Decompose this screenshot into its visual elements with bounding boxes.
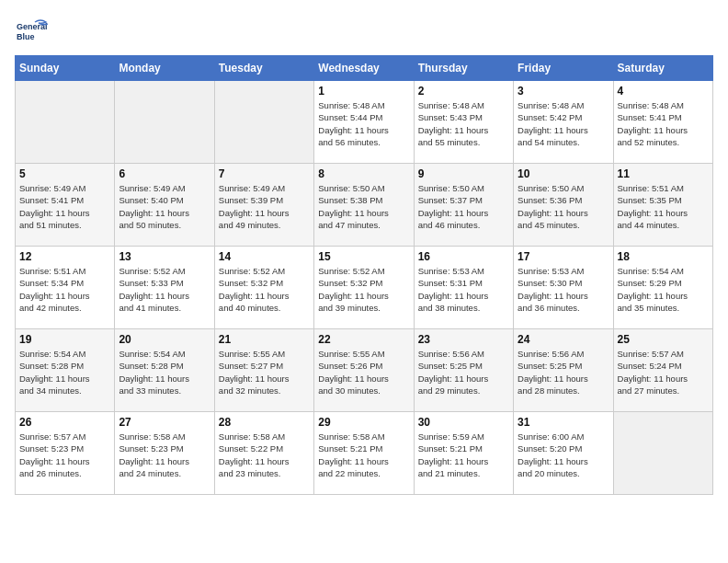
calendar-cell: 9Sunrise: 5:50 AM Sunset: 5:37 PM Daylig… [414, 164, 513, 247]
svg-text:Blue: Blue [17, 32, 35, 41]
day-info: Sunrise: 5:57 AM Sunset: 5:23 PM Dayligh… [19, 431, 110, 479]
calendar-cell: 12Sunrise: 5:51 AM Sunset: 5:34 PM Dayli… [16, 247, 115, 329]
day-info: Sunrise: 5:49 AM Sunset: 5:40 PM Dayligh… [119, 182, 210, 231]
day-number: 6 [119, 167, 210, 180]
day-number: 22 [318, 333, 409, 346]
day-number: 16 [418, 250, 509, 263]
day-info: Sunrise: 5:48 AM Sunset: 5:42 PM Dayligh… [518, 99, 609, 148]
calendar-cell: 17Sunrise: 5:53 AM Sunset: 5:30 PM Dayli… [514, 247, 613, 329]
calendar-cell: 4Sunrise: 5:48 AM Sunset: 5:41 PM Daylig… [613, 81, 712, 164]
calendar-cell: 15Sunrise: 5:52 AM Sunset: 5:32 PM Dayli… [314, 247, 414, 329]
calendar-cell: 21Sunrise: 5:55 AM Sunset: 5:27 PM Dayli… [214, 329, 313, 412]
calendar-cell: 28Sunrise: 5:58 AM Sunset: 5:22 PM Dayli… [214, 412, 313, 495]
calendar-cell: 3Sunrise: 5:48 AM Sunset: 5:42 PM Daylig… [514, 81, 613, 164]
calendar-cell: 31Sunrise: 6:00 AM Sunset: 5:20 PM Dayli… [514, 412, 613, 495]
day-info: Sunrise: 5:50 AM Sunset: 5:36 PM Dayligh… [518, 182, 609, 231]
day-info: Sunrise: 5:53 AM Sunset: 5:30 PM Dayligh… [518, 265, 609, 314]
calendar-cell: 10Sunrise: 5:50 AM Sunset: 5:36 PM Dayli… [514, 164, 613, 247]
calendar-cell: 29Sunrise: 5:58 AM Sunset: 5:21 PM Dayli… [314, 412, 414, 495]
day-number: 24 [518, 333, 609, 346]
calendar-table: SundayMondayTuesdayWednesdayThursdayFrid… [15, 55, 713, 495]
day-info: Sunrise: 5:49 AM Sunset: 5:39 PM Dayligh… [219, 182, 310, 231]
day-number: 7 [219, 167, 310, 180]
day-number: 10 [518, 167, 609, 180]
day-info: Sunrise: 5:50 AM Sunset: 5:38 PM Dayligh… [318, 182, 409, 231]
days-of-week-row: SundayMondayTuesdayWednesdayThursdayFrid… [16, 56, 713, 81]
calendar-week-row: 1Sunrise: 5:48 AM Sunset: 5:44 PM Daylig… [16, 81, 713, 164]
day-number: 14 [219, 250, 310, 263]
day-number: 28 [219, 416, 310, 429]
day-number: 11 [618, 167, 709, 180]
calendar-cell: 6Sunrise: 5:49 AM Sunset: 5:40 PM Daylig… [115, 164, 214, 247]
day-number: 23 [418, 333, 509, 346]
calendar-body: 1Sunrise: 5:48 AM Sunset: 5:44 PM Daylig… [16, 81, 713, 495]
calendar-header: SundayMondayTuesdayWednesdayThursdayFrid… [16, 56, 713, 81]
day-number: 15 [318, 250, 409, 263]
day-info: Sunrise: 5:58 AM Sunset: 5:22 PM Dayligh… [219, 431, 310, 479]
day-of-week-header: Thursday [414, 56, 513, 81]
calendar-cell: 27Sunrise: 5:58 AM Sunset: 5:23 PM Dayli… [115, 412, 214, 495]
page-header: General Blue [15, 15, 713, 48]
day-of-week-header: Sunday [16, 56, 115, 81]
logo: General Blue [15, 15, 48, 48]
calendar-cell: 2Sunrise: 5:48 AM Sunset: 5:43 PM Daylig… [414, 81, 513, 164]
day-number: 5 [19, 167, 110, 180]
day-info: Sunrise: 5:48 AM Sunset: 5:43 PM Dayligh… [418, 99, 509, 148]
day-number: 3 [518, 85, 609, 98]
day-info: Sunrise: 5:54 AM Sunset: 5:29 PM Dayligh… [618, 265, 709, 314]
day-info: Sunrise: 5:54 AM Sunset: 5:28 PM Dayligh… [119, 348, 210, 396]
day-info: Sunrise: 5:56 AM Sunset: 5:25 PM Dayligh… [418, 348, 509, 396]
day-number: 12 [19, 250, 110, 263]
calendar-week-row: 19Sunrise: 5:54 AM Sunset: 5:28 PM Dayli… [16, 329, 713, 412]
day-number: 20 [119, 333, 210, 346]
calendar-cell: 23Sunrise: 5:56 AM Sunset: 5:25 PM Dayli… [414, 329, 513, 412]
calendar-cell: 30Sunrise: 5:59 AM Sunset: 5:21 PM Dayli… [414, 412, 513, 495]
day-number: 8 [318, 167, 409, 180]
day-of-week-header: Tuesday [214, 56, 313, 81]
day-info: Sunrise: 5:48 AM Sunset: 5:41 PM Dayligh… [618, 99, 709, 148]
calendar-cell: 13Sunrise: 5:52 AM Sunset: 5:33 PM Dayli… [115, 247, 214, 329]
calendar-week-row: 26Sunrise: 5:57 AM Sunset: 5:23 PM Dayli… [16, 412, 713, 495]
calendar-cell [16, 81, 115, 164]
day-number: 2 [418, 85, 509, 98]
day-number: 1 [318, 85, 409, 98]
calendar-cell [214, 81, 313, 164]
day-number: 26 [19, 416, 110, 429]
day-info: Sunrise: 5:49 AM Sunset: 5:41 PM Dayligh… [19, 182, 110, 231]
day-info: Sunrise: 5:51 AM Sunset: 5:35 PM Dayligh… [618, 182, 709, 231]
day-info: Sunrise: 5:55 AM Sunset: 5:26 PM Dayligh… [318, 348, 409, 396]
day-of-week-header: Monday [115, 56, 214, 81]
calendar-cell: 22Sunrise: 5:55 AM Sunset: 5:26 PM Dayli… [314, 329, 414, 412]
day-info: Sunrise: 5:52 AM Sunset: 5:33 PM Dayligh… [119, 265, 210, 314]
calendar-week-row: 12Sunrise: 5:51 AM Sunset: 5:34 PM Dayli… [16, 247, 713, 329]
day-info: Sunrise: 5:58 AM Sunset: 5:23 PM Dayligh… [119, 431, 210, 479]
day-info: Sunrise: 5:48 AM Sunset: 5:44 PM Dayligh… [318, 99, 409, 148]
day-number: 19 [19, 333, 110, 346]
calendar-cell: 14Sunrise: 5:52 AM Sunset: 5:32 PM Dayli… [214, 247, 313, 329]
day-number: 30 [418, 416, 509, 429]
calendar-cell: 5Sunrise: 5:49 AM Sunset: 5:41 PM Daylig… [16, 164, 115, 247]
calendar-cell: 7Sunrise: 5:49 AM Sunset: 5:39 PM Daylig… [214, 164, 313, 247]
day-info: Sunrise: 5:59 AM Sunset: 5:21 PM Dayligh… [418, 431, 509, 479]
day-info: Sunrise: 5:57 AM Sunset: 5:24 PM Dayligh… [618, 348, 709, 396]
logo-icon: General Blue [15, 15, 48, 48]
day-number: 31 [518, 416, 609, 429]
day-info: Sunrise: 5:55 AM Sunset: 5:27 PM Dayligh… [219, 348, 310, 396]
calendar-cell [613, 412, 712, 495]
calendar-cell: 26Sunrise: 5:57 AM Sunset: 5:23 PM Dayli… [16, 412, 115, 495]
calendar-cell: 11Sunrise: 5:51 AM Sunset: 5:35 PM Dayli… [613, 164, 712, 247]
calendar-cell: 8Sunrise: 5:50 AM Sunset: 5:38 PM Daylig… [314, 164, 414, 247]
day-info: Sunrise: 5:52 AM Sunset: 5:32 PM Dayligh… [219, 265, 310, 314]
calendar-cell: 25Sunrise: 5:57 AM Sunset: 5:24 PM Dayli… [613, 329, 712, 412]
day-info: Sunrise: 5:51 AM Sunset: 5:34 PM Dayligh… [19, 265, 110, 314]
day-of-week-header: Wednesday [314, 56, 414, 81]
calendar-cell: 19Sunrise: 5:54 AM Sunset: 5:28 PM Dayli… [16, 329, 115, 412]
day-number: 29 [318, 416, 409, 429]
day-of-week-header: Friday [514, 56, 613, 81]
day-of-week-header: Saturday [613, 56, 712, 81]
day-info: Sunrise: 5:50 AM Sunset: 5:37 PM Dayligh… [418, 182, 509, 231]
svg-rect-0 [15, 15, 48, 48]
day-info: Sunrise: 5:52 AM Sunset: 5:32 PM Dayligh… [318, 265, 409, 314]
day-number: 27 [119, 416, 210, 429]
day-number: 13 [119, 250, 210, 263]
